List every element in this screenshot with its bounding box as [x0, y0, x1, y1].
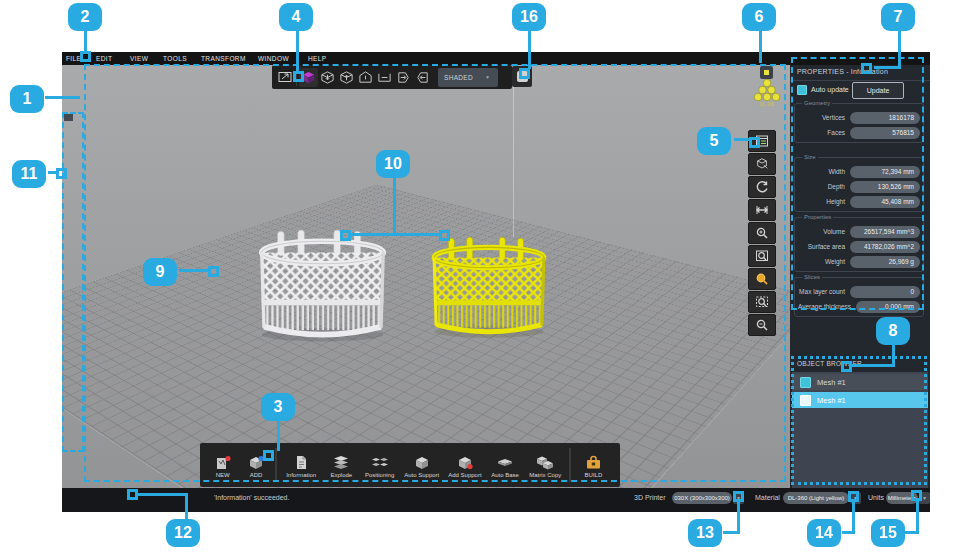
callout-8: 8 — [876, 317, 910, 345]
status-message: 'Information' succeeded. — [214, 494, 289, 501]
annotation-line — [138, 493, 188, 496]
annotation-target — [263, 450, 274, 461]
annotation-line — [296, 31, 299, 71]
callout-14: 14 — [807, 519, 841, 547]
menu-help[interactable]: HELP — [308, 55, 327, 62]
callout-3: 3 — [261, 393, 295, 421]
annotation-line — [45, 96, 80, 99]
annotation-rect-left-strip — [62, 112, 84, 452]
units-label: Units — [868, 494, 884, 501]
callout-9: 9 — [143, 258, 177, 286]
annotation-target — [841, 361, 852, 372]
annotation-target — [733, 491, 744, 502]
annotation-rect-properties — [791, 57, 924, 310]
material-select[interactable]: DL-360 (Light yellow) — [783, 492, 849, 504]
annotation-line — [528, 31, 531, 69]
callout-7: 7 — [881, 3, 915, 31]
annotation-rect-viewport — [84, 64, 786, 482]
status-bar: 'Information' succeeded. 3D Printer 030X… — [62, 488, 930, 512]
callout-5: 5 — [697, 127, 731, 155]
annotation-line — [852, 502, 855, 534]
menu-view[interactable]: VIEW — [130, 55, 148, 62]
material-label: Material — [755, 494, 780, 501]
menu-window[interactable]: WINDOW — [258, 55, 289, 62]
callout-2: 2 — [68, 3, 102, 31]
callout-1: 1 — [10, 85, 44, 113]
annotation-line — [874, 66, 900, 69]
annotation-line — [277, 421, 280, 451]
callout-15: 15 — [871, 519, 905, 547]
annotation-target — [56, 168, 67, 179]
menu-edit[interactable]: EDIT — [96, 55, 112, 62]
annotation-line — [759, 31, 762, 63]
menu-transform[interactable]: TRANSFORM — [201, 55, 246, 62]
page: FILE EDIT VIEW TOOLS TRANSFORM WINDOW HE… — [0, 0, 977, 558]
printer-select[interactable]: 030X (300x300x300) — [672, 492, 732, 504]
annotation-line — [351, 233, 441, 236]
callout-6: 6 — [742, 3, 776, 31]
annotation-line — [737, 502, 740, 534]
annotation-target — [848, 491, 859, 502]
annotation-line — [898, 31, 901, 69]
annotation-target — [340, 230, 351, 241]
menu-tools[interactable]: TOOLS — [163, 55, 187, 62]
callout-12: 12 — [166, 519, 200, 547]
annotation-line — [852, 364, 894, 367]
annotation-target — [749, 137, 760, 148]
annotation-target — [439, 230, 450, 241]
callout-10: 10 — [376, 150, 410, 178]
annotation-line — [734, 138, 750, 141]
annotation-target — [80, 51, 91, 62]
annotation-target — [208, 266, 219, 277]
annotation-target — [293, 71, 304, 82]
annotation-target — [911, 490, 922, 501]
callout-4: 4 — [279, 3, 313, 31]
annotation-line — [393, 178, 396, 236]
annotation-rect-object-browser — [791, 356, 927, 485]
callout-11: 11 — [12, 160, 46, 188]
annotation-target — [861, 63, 872, 74]
callout-16: 16 — [512, 3, 546, 31]
annotation-target — [519, 68, 530, 79]
callout-13: 13 — [688, 519, 722, 547]
annotation-line — [916, 501, 919, 534]
printer-label: 3D Printer — [634, 494, 666, 501]
annotation-line — [179, 269, 209, 272]
annotation-target — [127, 489, 138, 500]
annotation-line — [84, 31, 87, 53]
annotation-line — [185, 493, 188, 519]
